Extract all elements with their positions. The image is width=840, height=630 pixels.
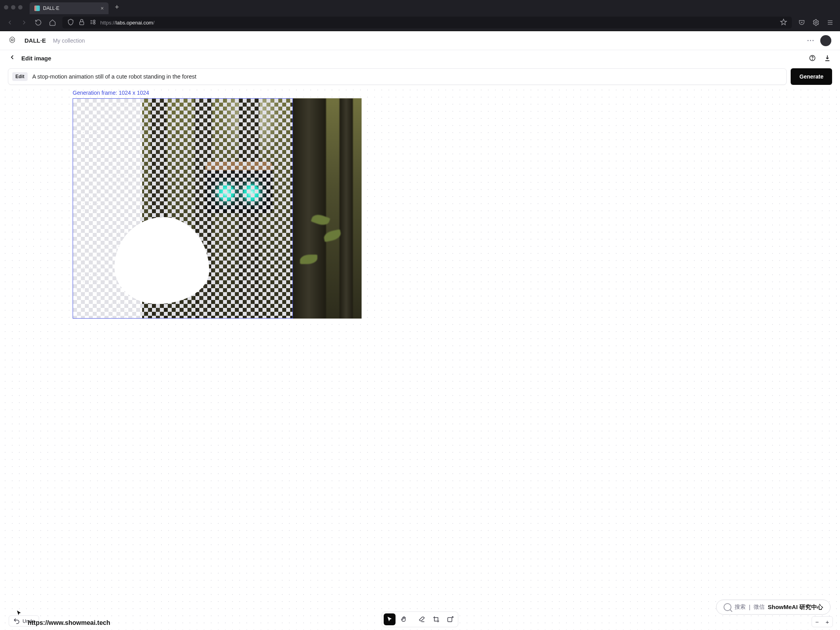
browser-chrome: DALL·E × + https://labs.openai.com/ — [0, 0, 840, 31]
zoom-controls: − + — [812, 616, 833, 627]
watermark-pill: 搜索 | 微信 ShowMeAI 研究中心 — [716, 600, 831, 615]
more-menu-icon[interactable]: ··· — [807, 37, 815, 44]
url-text: https://labs.openai.com/ — [100, 20, 154, 26]
lock-icon — [78, 19, 85, 27]
app-header: DALL·E My collection ··· — [0, 31, 840, 50]
brand-title[interactable]: DALL·E — [24, 37, 46, 44]
editor-toolbar — [382, 611, 458, 627]
home-icon[interactable] — [48, 18, 57, 27]
zoom-in-button[interactable]: + — [822, 617, 832, 627]
address-bar-row: https://labs.openai.com/ — [0, 14, 840, 31]
titlebar: DALL·E × + — [0, 0, 840, 14]
tab-close-icon[interactable]: × — [101, 6, 104, 11]
sub-header: Edit image — [0, 50, 840, 66]
svg-point-6 — [812, 59, 813, 60]
my-collection-link[interactable]: My collection — [53, 38, 85, 44]
new-tab-button[interactable]: + — [115, 3, 119, 11]
pan-tool[interactable] — [398, 613, 410, 625]
window-controls[interactable] — [4, 5, 22, 9]
watermark-brand: ShowMeAI 研究中心 — [768, 604, 823, 611]
page-title: Edit image — [21, 55, 51, 62]
prompt-row: Edit A stop-motion animation still of a … — [0, 66, 840, 85]
openai-logo-icon — [9, 36, 17, 45]
nav-back-icon[interactable] — [6, 18, 14, 27]
tab-favicon-icon — [34, 6, 40, 11]
watermark-search: 搜索 — [735, 604, 746, 611]
canvas-area[interactable]: Generation frame: 1024 x 1024 搜索 | 微信 S — [0, 85, 840, 630]
shield-icon — [67, 19, 74, 27]
watermark-wechat: 微信 — [754, 604, 765, 611]
prompt-input-container[interactable]: Edit A stop-motion animation still of a … — [8, 68, 787, 85]
generate-button[interactable]: Generate — [791, 68, 832, 85]
pointer-tool[interactable] — [384, 613, 396, 625]
reload-icon[interactable] — [34, 18, 43, 27]
svg-point-1 — [94, 20, 96, 22]
minimize-window-icon[interactable] — [11, 5, 15, 9]
eraser-tool[interactable] — [416, 613, 428, 625]
svg-rect-0 — [80, 22, 84, 25]
edit-badge: Edit — [12, 72, 28, 81]
help-icon[interactable] — [808, 54, 816, 62]
pocket-icon[interactable] — [797, 18, 806, 27]
download-icon[interactable] — [823, 54, 831, 62]
maximize-window-icon[interactable] — [18, 5, 22, 9]
app-body: DALL·E My collection ··· Edit image Edit… — [0, 31, 840, 630]
add-frame-tool[interactable] — [444, 613, 456, 625]
svg-point-2 — [94, 22, 96, 24]
svg-point-3 — [815, 22, 817, 24]
prompt-text[interactable]: A stop-motion animation still of a cute … — [32, 73, 197, 80]
settings-gear-icon[interactable] — [812, 18, 820, 27]
permissions-icon — [89, 19, 96, 27]
cursor-icon — [16, 610, 23, 619]
svg-point-4 — [11, 39, 13, 41]
status-url: https://www.showmeai.tech — [28, 619, 110, 626]
tab-title: DALL·E — [43, 6, 59, 11]
close-window-icon[interactable] — [4, 5, 8, 9]
hamburger-menu-icon[interactable] — [826, 18, 834, 27]
zoom-out-button[interactable]: − — [812, 617, 822, 627]
browser-tab[interactable]: DALL·E × — [30, 2, 109, 14]
nav-forward-icon[interactable] — [20, 18, 28, 27]
generation-frame-label: Generation frame: 1024 x 1024 — [73, 90, 149, 96]
back-chevron-icon[interactable] — [9, 54, 16, 63]
user-avatar[interactable] — [820, 35, 831, 46]
search-icon — [724, 603, 731, 611]
crop-tool[interactable] — [430, 613, 442, 625]
bookmark-star-icon[interactable] — [780, 19, 787, 27]
svg-rect-7 — [448, 618, 452, 622]
address-bar[interactable]: https://labs.openai.com/ — [62, 17, 792, 28]
